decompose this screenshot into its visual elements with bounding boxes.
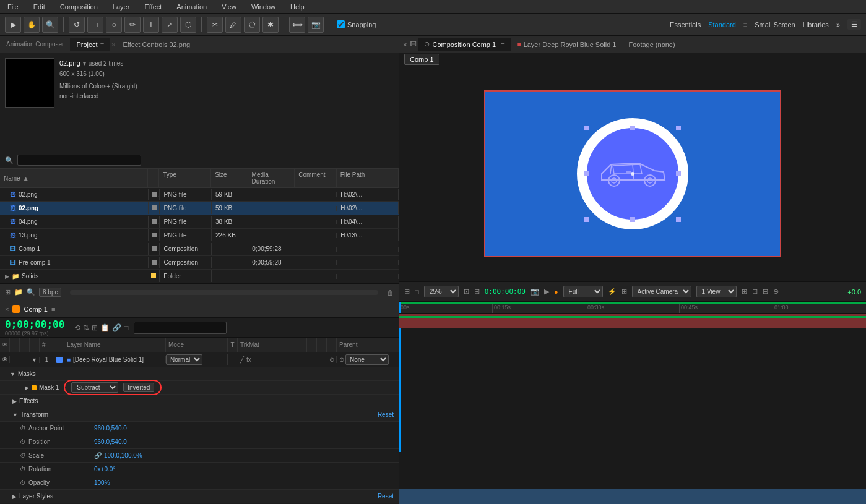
project-tab-menu[interactable]: ≡ [100,41,104,48]
timeline-time-display[interactable]: 0;00;00;00 [5,318,64,330]
snapping-checkbox[interactable] [337,20,345,28]
position-value[interactable]: 960.0,540.0 [94,438,127,445]
menu-help[interactable]: Help [288,2,307,12]
anchor-point-stopwatch[interactable]: ⏱ [20,425,26,432]
layer-1-row[interactable]: 👁 ▼ 1 ■ [Deep Royal Blue Solid 1] Normal [0,352,399,367]
layer-styles-expand-icon[interactable]: ▶ [12,493,17,500]
viewer-res-btn[interactable]: ⊞ [621,288,627,296]
folder-expand-icon[interactable]: ▶ [5,273,9,280]
position-stopwatch[interactable]: ⏱ [20,438,26,445]
layer1-eye[interactable]: 👁 [0,356,10,363]
viewer-display-btn[interactable]: □ [415,288,419,296]
comp-tab-menu[interactable]: ≡ [501,41,504,48]
layer1-mode[interactable]: Normal [166,354,228,365]
viewer-layout-btn2[interactable]: ⊡ [752,288,758,296]
active-camera-select[interactable]: Active Camera [632,286,691,297]
layer1-parent-select[interactable]: None [345,354,389,365]
file-row[interactable]: 🖼 13.png PNG file 226 KB H:\13\... [0,229,399,242]
menu-edit[interactable]: Edit [31,2,48,12]
workspace-standard[interactable]: Standard [708,21,736,28]
viewer-tab-footage[interactable]: Footage (none) [622,38,681,51]
rotate-tool[interactable]: ↺ [69,17,85,33]
sel-handle-bl[interactable] [584,217,589,222]
workspace-libraries[interactable]: Libraries [803,21,829,28]
sel-handle-mr[interactable] [676,171,681,176]
workspace-more[interactable]: » [836,21,840,28]
viewer-layout-btn3[interactable]: ⊟ [763,288,768,296]
file-row-comp1[interactable]: 🎞 Comp 1 Composition 0;00;59;28 [0,242,399,256]
menu-file[interactable]: File [5,2,21,12]
tl-ctrl-btn5[interactable]: 🔗 [112,323,121,332]
sel-handle-br[interactable] [676,217,681,222]
align-tool[interactable]: ⟺ [289,17,305,33]
opacity-stopwatch[interactable]: ⏱ [20,479,26,486]
file-row-selected[interactable]: 🖼 02.png PNG file 59 KB H:\02\... [0,202,399,215]
eraser-tool[interactable]: ⬠ [244,17,260,33]
col-name-sort-icon[interactable]: ▲ [23,175,29,182]
menu-animation[interactable]: Animation [174,2,209,12]
sel-handle-tm[interactable] [630,126,635,130]
viewer-snap-btn[interactable]: ⊞ [474,288,480,296]
scissors-tool[interactable]: ✂ [207,17,223,33]
zoom-select[interactable]: 25%50%100% [424,286,459,297]
search-btn[interactable]: 🔍 [27,288,35,296]
new-folder-btn[interactable]: 📁 [14,288,23,296]
menu-effect[interactable]: Effect [142,2,164,12]
bpc-badge[interactable]: 8 bpc [39,288,61,297]
menu-window[interactable]: Window [249,2,278,12]
mask1-mode-select[interactable]: SubtractNoneAddIntersectDifference [71,382,118,393]
menu-layer[interactable]: Layer [110,2,132,12]
tl-ctrl-btn6[interactable]: □ [124,323,128,332]
tl-ctrl-btn2[interactable]: ⇅ [83,323,89,332]
rect-tool[interactable]: □ [87,17,103,33]
sel-handle-ml[interactable] [584,171,589,176]
mask1-inverted-btn[interactable]: Inverted [123,383,154,392]
tl-ctrl-btn1[interactable]: ⟲ [74,323,80,332]
viewer-tab-comp[interactable]: ⊙ Composition Comp 1 ≡ [418,38,511,51]
mask1-expand-icon[interactable]: ▶ [25,385,29,391]
puppet-tool[interactable]: ⬡ [180,17,196,33]
camera-tool[interactable]: 📷 [308,17,324,33]
tl-ctrl-btn3[interactable]: ⊞ [92,323,98,332]
file-row[interactable]: 🖼 02.png PNG file 59 KB H:\02\... [0,188,399,202]
ellipse-tool[interactable]: ○ [106,17,122,33]
hand-tool[interactable]: ✋ [24,17,40,33]
menu-view[interactable]: View [219,2,239,12]
viewer-grid-btn[interactable]: ⊞ [404,288,410,296]
timeline-comp-menu[interactable]: ≡ [51,305,55,313]
viewer-tab-close[interactable]: × [399,41,410,48]
select-tool[interactable]: ▶ [5,17,21,33]
viewer-inner-tab[interactable]: Comp 1 [404,54,439,65]
layer1-expand[interactable]: ▼ [30,357,40,363]
tab-effect-controls[interactable]: Effect Controls 02.png [116,38,196,51]
view-select[interactable]: 1 View2 Views [696,286,737,297]
transform-reset-btn[interactable]: Reset [378,411,394,418]
text-tool[interactable]: T [143,17,159,33]
scale-stopwatch[interactable]: ⏱ [20,452,26,459]
masks-expand-icon[interactable]: ▼ [10,371,15,377]
clone-tool[interactable]: ↗ [162,17,178,33]
sel-handle-bm[interactable] [630,217,635,222]
layer1-mode-select[interactable]: Normal [166,354,202,365]
new-item-btn[interactable]: ⊞ [5,288,11,296]
viewer-time-display[interactable]: 0;00;00;00 [485,288,526,296]
viewer-fast-btn[interactable]: ⚡ [608,288,617,296]
viewer-tab-layer[interactable]: ■ Layer Deep Royal Blue Solid 1 [511,38,623,51]
transform-expand-icon[interactable]: ▼ [12,412,18,418]
viewer-preview-btn[interactable]: ▶ [544,288,549,296]
delete-btn[interactable]: 🗑 [387,289,394,296]
viewer-layout-btn4[interactable]: ⊕ [773,288,779,296]
sel-handle-tl[interactable] [584,126,589,130]
folder-row-solids[interactable]: ▶ 📁 Solids Folder [0,270,399,283]
timeline-search-input[interactable] [134,322,227,334]
tl-ctrl-btn4[interactable]: 📋 [100,323,110,332]
layer1-parent[interactable]: ⊙ None [337,354,399,365]
layer-styles-reset-btn[interactable]: Reset [378,493,394,500]
viewer-capture-btn[interactable]: 📷 [530,288,539,296]
panel-close-animation-composer[interactable]: Animation Composer [0,38,70,50]
zoom-tool[interactable]: 🔍 [42,17,58,33]
viewer-fit-btn[interactable]: ⊡ [464,288,469,296]
pen-tool[interactable]: ✏ [124,17,141,33]
timeline-close-btn[interactable]: × [5,305,9,313]
quality-select[interactable]: FullHalfQuarter [563,286,603,297]
